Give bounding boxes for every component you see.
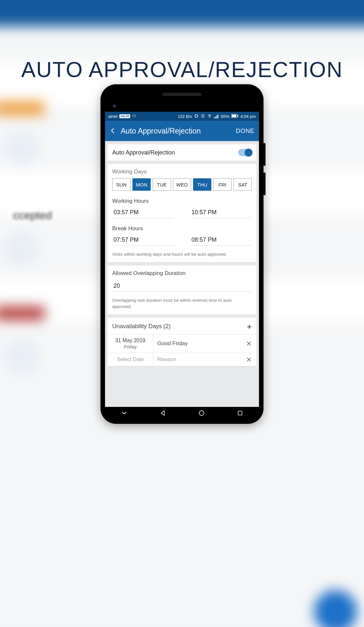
carrier-label: airtel: [108, 114, 117, 119]
content-area: Auto Approval/Rejection Working Days SUN…: [105, 141, 259, 407]
phone-frame: airtel VoLTE 🛡 132 B/s 85%: [100, 84, 264, 424]
day-chip-sat[interactable]: SAT: [234, 178, 252, 191]
working-hours-title: Working Hours: [112, 198, 252, 204]
unavailability-date[interactable]: Select Date: [108, 353, 153, 366]
svg-rect-3: [214, 117, 215, 118]
day-chip-fri[interactable]: FRI: [213, 178, 232, 191]
svg-rect-9: [237, 115, 238, 117]
unavailability-card: Unavailability Days (2) + 31 May 2019Fri…: [108, 318, 256, 366]
blurred-accepted-label: ccepted: [13, 209, 52, 222]
day-chip-sun[interactable]: SUN: [112, 178, 130, 191]
break-hours-end[interactable]: 08:57 PM: [190, 234, 252, 246]
working-days-row: SUNMONTUEWEDTHUFRISAT: [112, 178, 252, 191]
signal-icon: [214, 114, 219, 119]
svg-rect-4: [215, 116, 216, 118]
add-unavailability-button[interactable]: +: [247, 322, 252, 331]
unavailability-row: 31 May 2019FridayGood Friday: [108, 334, 256, 353]
overlap-duration-input[interactable]: 20: [112, 280, 252, 292]
android-nav-bar: [105, 407, 259, 419]
working-hint: Visits within working days and hours wil…: [112, 251, 252, 258]
unavailability-date[interactable]: 31 May 2019Friday: [108, 334, 153, 353]
page-title: Auto Approval/Rejection: [121, 127, 231, 136]
camera-dot: [113, 104, 116, 108]
svg-rect-8: [232, 115, 236, 117]
nav-recents-icon[interactable]: [237, 410, 243, 416]
status-bar: airtel VoLTE 🛡 132 B/s 85%: [105, 112, 259, 121]
clock-label: 4:04 pm: [240, 114, 256, 119]
overlap-card: Allowed Overlapping Duration 20 Overlapp…: [108, 265, 256, 314]
app-bar: Auto Approval/Rejection DONE: [105, 121, 259, 141]
auto-approval-toggle-card: Auto Approval/Rejection: [108, 144, 256, 161]
overlap-title: Allowed Overlapping Duration: [112, 270, 252, 277]
nav-back-icon[interactable]: [159, 410, 167, 417]
battery-icon: [231, 114, 238, 119]
remove-unavailability-button[interactable]: [241, 334, 256, 353]
working-card: Working Days SUNMONTUEWEDTHUFRISAT Worki…: [108, 164, 256, 262]
overlap-hint: Overlapping visit duration must be withi…: [112, 297, 252, 310]
remove-unavailability-button[interactable]: [241, 353, 256, 366]
svg-point-2: [209, 117, 210, 118]
done-button[interactable]: DONE: [236, 127, 254, 135]
side-button: [264, 143, 265, 166]
side-button: [264, 172, 265, 195]
svg-rect-16: [238, 411, 242, 415]
svg-point-15: [199, 411, 204, 416]
volte-badge: VoLTE: [119, 114, 130, 118]
toggle-label: Auto Approval/Rejection: [112, 149, 175, 156]
svg-rect-6: [218, 114, 218, 118]
wifi-icon: [207, 114, 212, 119]
unavailability-reason[interactable]: Reason: [153, 353, 241, 366]
break-hours-start[interactable]: 07:57 PM: [112, 234, 174, 246]
working-hours-end[interactable]: 10:57 PM: [190, 206, 252, 218]
phone-screen: airtel VoLTE 🛡 132 B/s 85%: [105, 112, 259, 407]
svg-rect-0: [195, 114, 197, 117]
svg-marker-14: [161, 411, 164, 416]
svg-rect-5: [216, 115, 217, 118]
day-chip-thu[interactable]: THU: [193, 178, 211, 191]
unavailability-reason[interactable]: Good Friday: [153, 334, 241, 353]
working-hours-start[interactable]: 03:57 PM: [112, 206, 174, 218]
data-rate-label: 132 B/s: [178, 114, 192, 119]
nav-chevron-down-icon[interactable]: [121, 410, 128, 417]
break-hours-title: Break Hours: [112, 225, 252, 232]
alarm-icon: [201, 114, 205, 119]
battery-label: 85%: [221, 114, 229, 119]
back-icon[interactable]: [110, 127, 116, 135]
auto-approval-toggle[interactable]: [238, 149, 252, 156]
nav-home-icon[interactable]: [198, 410, 205, 417]
unavailability-row: Select DateReason: [108, 353, 256, 366]
unavailability-title: Unavailability Days (2): [112, 323, 171, 330]
day-chip-mon[interactable]: MON: [132, 178, 151, 191]
day-chip-wed[interactable]: WED: [173, 178, 191, 191]
promo-headline: AUTO APPROVAL/REJECTION: [0, 57, 364, 82]
day-chip-tue[interactable]: TUE: [153, 178, 171, 191]
vibrate-icon: [194, 114, 199, 119]
working-days-title: Working Days: [112, 169, 252, 175]
shield-icon: 🛡: [132, 114, 136, 119]
